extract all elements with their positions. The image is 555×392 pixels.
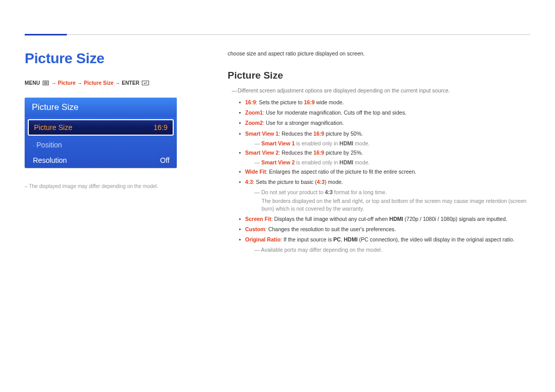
section-title: Picture Size	[228, 70, 530, 81]
osd-screenshot: Picture Size Picture Size16:9·PositionRe…	[25, 98, 177, 168]
sub-note: Smart View 1 is enabled only in HDMI mod…	[254, 140, 530, 146]
menu-icon	[43, 81, 49, 86]
list-item: Original Ratio: If the input source is P…	[239, 236, 530, 244]
list-item: Wide Fit: Enlarges the aspect ratio of t…	[239, 168, 530, 176]
option-key: Zoom1	[245, 109, 263, 116]
list-item: 4:3: Sets the picture to basic (4:3) mod…	[239, 178, 530, 186]
list-item: Custom: Changes the resolution to suit t…	[239, 226, 530, 233]
sub-note-body: The borders displayed on the left and ri…	[262, 197, 530, 213]
svg-rect-4	[142, 81, 149, 85]
page-title: Picture Size	[25, 50, 207, 67]
options-list: 16:9: Sets the picture to 16:9 wide mode…	[239, 99, 530, 253]
osd-row-value: 16:9	[154, 123, 168, 132]
option-key: Original Ratio	[245, 236, 281, 242]
option-key: Smart View 2	[245, 150, 279, 156]
osd-row-label: ·Position	[33, 141, 62, 149]
breadcrumb-arrow: →	[51, 80, 57, 86]
list-item: Screen Fit: Displays the full image with…	[239, 215, 530, 223]
list-item: Zoom2: Use for a stronger magnification.	[239, 119, 530, 127]
sub-note: Do not set your product to 4:3 format fo…	[254, 189, 530, 195]
breadcrumb-arrow: →	[115, 80, 120, 86]
breadcrumb-arrow: →	[77, 80, 82, 86]
breadcrumb-picture-size: Picture Size	[84, 80, 114, 86]
osd-row: ·Position	[25, 137, 177, 153]
option-key: Smart View 1	[245, 130, 279, 137]
list-item: Smart View 2: Reduces the 16:9 picture b…	[239, 149, 530, 157]
left-footnote: The displayed image may differ depending…	[25, 183, 207, 189]
osd-title: Picture Size	[25, 98, 177, 117]
option-key: Custom	[245, 226, 265, 232]
option-key: 16:9	[245, 99, 256, 105]
breadcrumb: MENU → Picture → Picture Size → ENTER	[25, 80, 207, 86]
enter-icon	[142, 81, 149, 86]
header-rule	[25, 34, 530, 36]
list-item: Smart View 1: Reduces the 16:9 picture b…	[239, 130, 530, 138]
option-key: Zoom2	[245, 120, 263, 126]
intro-text: choose size and aspect ratio picture dis…	[228, 50, 530, 57]
option-key: 4:3	[245, 179, 253, 185]
sub-note: Available ports may differ depending on …	[254, 247, 530, 253]
option-key: Wide Fit	[245, 169, 266, 175]
breadcrumb-menu: MENU	[25, 80, 40, 86]
breadcrumb-picture: Picture	[58, 80, 76, 86]
list-item: 16:9: Sets the picture to 16:9 wide mode…	[239, 99, 530, 106]
osd-row: Picture Size16:9	[28, 119, 174, 136]
sub-note: Smart View 2 is enabled only in HDMI mod…	[254, 159, 530, 165]
option-key: Screen Fit	[245, 216, 271, 222]
osd-row-value: Off	[160, 156, 170, 164]
osd-row-label: Resolution	[33, 156, 67, 164]
osd-row-label: Picture Size	[34, 123, 72, 132]
breadcrumb-enter: ENTER	[122, 80, 139, 86]
osd-row: ResolutionOff	[25, 153, 177, 168]
cursor-icon: ·	[33, 143, 34, 148]
list-item: Zoom1: Use for moderate magnification. C…	[239, 109, 530, 117]
top-note: Different screen adjustment options are …	[232, 87, 530, 94]
